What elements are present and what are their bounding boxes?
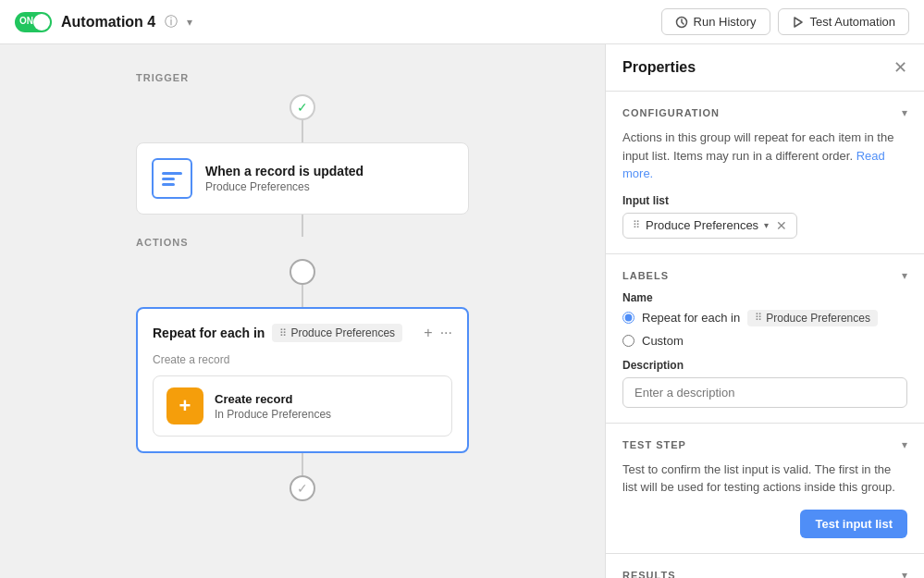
action-icon: +: [166, 387, 203, 424]
trigger-text: When a record is updated Produce Prefere…: [205, 164, 363, 193]
more-icon[interactable]: ···: [440, 325, 452, 341]
input-list-tag: ⠿ Produce Preferences ▾ ✕: [622, 213, 797, 239]
flow-line-4: [302, 453, 303, 475]
repeat-header: Repeat for each in ⠿ Produce Preferences…: [153, 324, 452, 342]
radio-badge-label: Produce Preferences: [766, 312, 870, 325]
run-history-label: Run History: [694, 15, 757, 29]
repeat-title: Repeat for each in: [153, 326, 265, 340]
results-collapse-icon[interactable]: ▾: [902, 569, 907, 579]
test-step-section: TEST STEP ▾ Test to confirm the list inp…: [606, 424, 924, 554]
topbar-center: Run History Test Automation: [661, 8, 909, 35]
trigger-card[interactable]: When a record is updated Produce Prefere…: [136, 142, 469, 215]
configuration-collapse-icon[interactable]: ▾: [902, 106, 907, 119]
trigger-subtitle: Produce Preferences: [205, 180, 363, 193]
test-automation-button[interactable]: Test Automation: [778, 8, 910, 35]
test-step-title: TEST STEP: [622, 439, 686, 450]
flow-line-1: [302, 120, 303, 142]
results-title-row: RESULTS ▾: [622, 569, 907, 579]
description-label: Description: [622, 359, 907, 372]
test-step-desc: Test to confirm the list input is valid.…: [622, 461, 907, 497]
test-input-list-button[interactable]: Test input list: [800, 510, 907, 538]
results-title: RESULTS: [622, 570, 676, 579]
radio-badge-icon: ⠿: [755, 312, 762, 324]
trigger-icon-inner: [162, 172, 182, 186]
input-list-value: Produce Preferences: [646, 218, 758, 232]
input-list-tag-icon: ⠿: [633, 219, 640, 231]
run-history-button[interactable]: Run History: [661, 8, 770, 35]
trigger-title: When a record is updated: [205, 164, 363, 178]
bottom-circle: ✓: [290, 475, 315, 501]
input-list-remove[interactable]: ✕: [776, 218, 787, 233]
icon-line-1: [162, 172, 182, 175]
configuration-title: CONFIGURATION: [622, 107, 720, 118]
name-label: Name: [622, 291, 907, 304]
configuration-desc: Actions in this group will repeat for ea…: [622, 129, 907, 183]
topbar: ON Automation 4 ⓘ ▾ Run History Test Aut…: [0, 0, 924, 44]
repeat-badge-label: Produce Preferences: [290, 326, 395, 339]
flow-line-3: [302, 285, 303, 307]
toggle-on-label: ON: [19, 16, 33, 26]
test-step-collapse-icon[interactable]: ▾: [902, 438, 907, 451]
main-content: TRIGGER ✓ When a record is updated Produ…: [0, 44, 924, 578]
add-icon[interactable]: +: [424, 325, 432, 341]
canvas: TRIGGER ✓ When a record is updated Produ…: [0, 44, 605, 578]
labels-title-row: LABELS ▾: [622, 269, 907, 282]
test-automation-icon: [792, 16, 805, 29]
configuration-section: CONFIGURATION ▾ Actions in this group wi…: [606, 92, 924, 254]
results-section: RESULTS ▾ Step successful Step ran an ho…: [606, 554, 924, 579]
action-item[interactable]: + Create record In Produce Preferences: [153, 375, 452, 437]
trigger-circle: ✓: [290, 94, 315, 120]
radio-option-1[interactable]: Repeat for each in ⠿ Produce Preferences: [622, 310, 907, 326]
info-icon[interactable]: ⓘ: [165, 14, 178, 31]
radio-custom-input[interactable]: [622, 335, 634, 347]
repeat-badge-icon: ⠿: [279, 327, 287, 339]
flow-container: TRIGGER ✓ When a record is updated Produ…: [28, 72, 577, 501]
toggle-knob: [33, 14, 50, 31]
trigger-icon: [152, 158, 192, 199]
automation-title: Automation 4: [61, 14, 155, 31]
chevron-down-icon[interactable]: ▾: [187, 16, 192, 29]
input-list-label: Input list: [622, 194, 907, 207]
radio-group: Repeat for each in ⠿ Produce Preferences…: [622, 310, 907, 348]
input-list-chevron[interactable]: ▾: [764, 220, 769, 230]
configuration-title-row: CONFIGURATION ▾: [622, 106, 907, 119]
automation-toggle[interactable]: ON: [15, 12, 52, 32]
close-button[interactable]: ✕: [893, 57, 907, 78]
actions-section-label: ACTIONS: [136, 237, 561, 248]
radio-option-1-label: Repeat for each in: [642, 311, 740, 325]
radio-option-2-label: Custom: [642, 334, 684, 348]
actions-section: ACTIONS Repeat for each in ⠿ Produce Pre…: [28, 237, 577, 501]
panel-title: Properties: [622, 59, 696, 76]
run-history-icon: [675, 16, 688, 29]
action-text: Create record In Produce Preferences: [215, 392, 331, 421]
radio-badge: ⠿ Produce Preferences: [747, 310, 878, 326]
radio-option-2[interactable]: Custom: [622, 334, 907, 348]
labels-section: LABELS ▾ Name Repeat for each in ⠿ Produ…: [606, 254, 924, 424]
repeat-actions-icons: + ···: [424, 325, 452, 341]
test-automation-label: Test Automation: [810, 15, 896, 29]
description-input[interactable]: [622, 377, 907, 408]
configuration-desc-text: Actions in this group will repeat for ea…: [622, 130, 893, 163]
trigger-section-label: TRIGGER: [136, 72, 561, 83]
action-title: Create record: [215, 392, 331, 406]
flow-line-2: [302, 215, 303, 237]
action-subtitle: In Produce Preferences: [215, 408, 331, 421]
radio-repeat-input[interactable]: [622, 312, 634, 324]
repeat-card[interactable]: Repeat for each in ⠿ Produce Preferences…: [136, 307, 469, 453]
actions-circle: [290, 259, 315, 285]
labels-collapse-icon[interactable]: ▾: [902, 269, 907, 282]
panel-header: Properties ✕: [606, 44, 924, 92]
test-btn-container: Test input list: [622, 510, 907, 538]
repeat-badge: ⠿ Produce Preferences: [272, 324, 402, 342]
test-step-title-row: TEST STEP ▾: [622, 438, 907, 451]
icon-line-2: [162, 178, 175, 180]
topbar-left: ON Automation 4 ⓘ ▾: [15, 12, 192, 32]
icon-line-3: [162, 183, 175, 186]
create-label: Create a record: [153, 353, 452, 366]
labels-title: LABELS: [622, 270, 669, 281]
properties-panel: Properties ✕ CONFIGURATION ▾ Actions in …: [605, 44, 924, 578]
